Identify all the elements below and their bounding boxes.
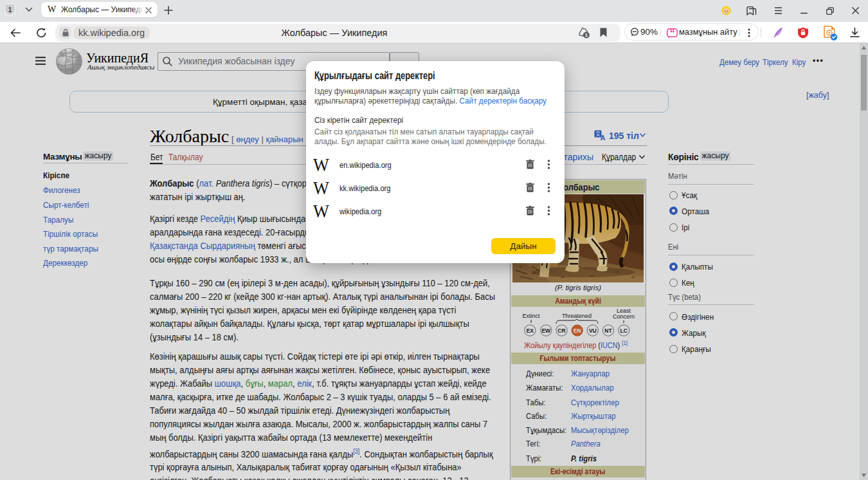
svg-text:1: 1 <box>8 6 12 14</box>
